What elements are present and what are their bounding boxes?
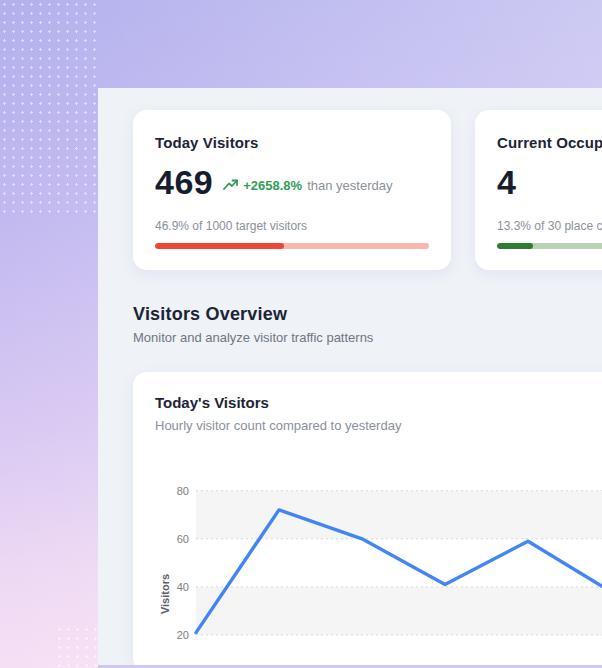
current-occupancy-card: Current Occupancy 4 13.3% of 30 place ca… (475, 110, 602, 270)
target-progress-text: 13.3% of 30 place capacity (497, 219, 602, 233)
decorative-dots-pattern (0, 0, 98, 215)
target-progress-text: 46.9% of 1000 target visitors (155, 219, 429, 233)
section-subtitle: Monitor and analyze visitor traffic patt… (133, 330, 373, 345)
section-title: Visitors Overview (133, 304, 373, 325)
card-title: Today Visitors (155, 134, 429, 151)
svg-text:80: 80 (177, 485, 189, 497)
occupancy-count-value: 4 (497, 163, 516, 202)
svg-text:Visitors: Visitors (159, 574, 171, 614)
decorative-dots-pattern (55, 625, 98, 668)
todays-visitors-chart-card: Today's Visitors Hourly visitor count co… (133, 372, 602, 668)
progress-bar-fill (497, 243, 533, 249)
card-title: Current Occupancy (497, 134, 602, 151)
chart-title: Today's Visitors (155, 394, 602, 411)
visitors-overview-section-header: Visitors Overview Monitor and analyze vi… (133, 304, 373, 345)
hourly-visitors-line-chart: 20406080Visitors (133, 468, 602, 668)
trend-suffix: than yesterday (307, 178, 392, 193)
progress-bar-track (155, 243, 429, 249)
progress-bar-fill (155, 243, 284, 249)
trending-up-icon (223, 179, 239, 191)
svg-text:60: 60 (177, 533, 189, 545)
trend-indicator: +2658.8% than yesterday (223, 178, 392, 193)
trend-percentage: +2658.8% (243, 178, 302, 193)
visitors-count-value: 469 (155, 163, 213, 202)
svg-text:20: 20 (177, 629, 189, 641)
chart-subtitle: Hourly visitor count compared to yesterd… (155, 418, 602, 433)
svg-text:40: 40 (177, 581, 189, 593)
today-visitors-card: Today Visitors 469 +2658.8% than yesterd… (133, 110, 451, 270)
progress-bar-track (497, 243, 602, 249)
